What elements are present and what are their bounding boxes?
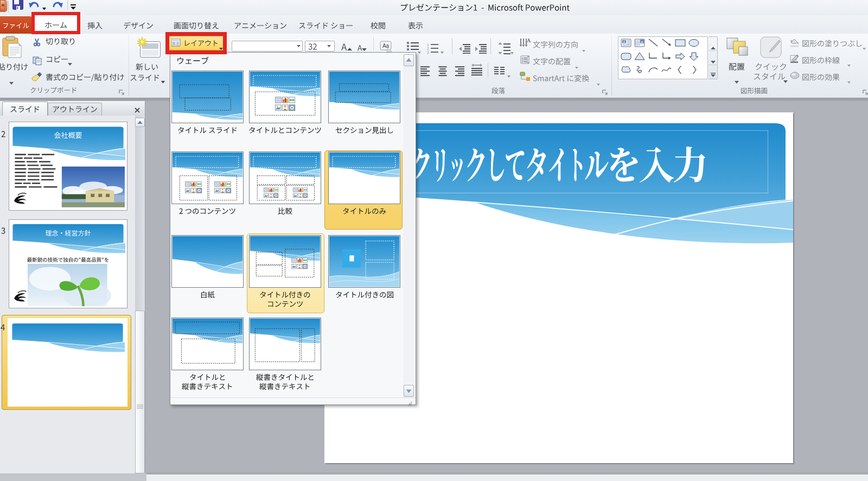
svg-text:1: 1 — [427, 43, 429, 47]
svg-text:3: 3 — [427, 50, 429, 54]
svg-text:2: 2 — [427, 47, 429, 50]
svg-text:A: A — [641, 40, 643, 44]
svg-text:A: A — [527, 38, 531, 43]
svg-text:Aa: Aa — [382, 43, 390, 49]
svg-text:A: A — [623, 40, 626, 44]
